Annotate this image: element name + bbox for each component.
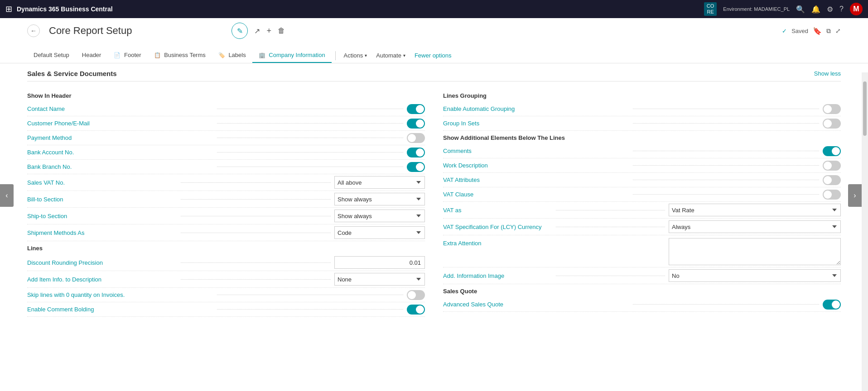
vat-specification-select[interactable]: AlwaysNeverIf applicable xyxy=(669,220,841,233)
sales-vat-select[interactable]: All aboveNoneCustomerCompany xyxy=(334,176,425,189)
toggle-knob xyxy=(416,163,424,171)
field-row: Shipment Methods As CodeDescriptionBoth xyxy=(27,224,425,241)
customer-phone-label[interactable]: Customer Phone/E-Mail xyxy=(27,120,213,127)
settings-icon[interactable]: ⚙ xyxy=(827,5,833,14)
shipment-methods-select[interactable]: CodeDescriptionBoth xyxy=(334,226,425,239)
comments-toggle[interactable] xyxy=(823,146,841,156)
toggle-knob xyxy=(416,105,424,113)
toggle-knob xyxy=(416,305,424,314)
top-bar-left: ⊞ Dynamics 365 Business Central xyxy=(5,4,113,14)
sales-vat-label[interactable]: Sales VAT No. xyxy=(27,179,177,186)
extra-attention-textarea[interactable] xyxy=(669,238,841,265)
bill-to-select[interactable]: Show alwaysHideShow if different xyxy=(334,193,425,205)
scrollbar-thumb[interactable] xyxy=(863,81,867,136)
user-avatar[interactable]: M xyxy=(850,3,863,15)
top-bar-right: CO RE Environment: MADAMIEC_PL 🔍 🔔 ⚙ ? M xyxy=(704,2,863,16)
toggle-knob xyxy=(824,176,832,184)
customer-phone-toggle[interactable] xyxy=(407,119,425,129)
tab-header[interactable]: Header xyxy=(76,48,108,63)
share-icon[interactable]: ↗ xyxy=(254,27,260,35)
payment-method-toggle[interactable] xyxy=(407,133,425,143)
group-in-sets-toggle[interactable] xyxy=(823,119,841,129)
lines-label: Lines xyxy=(27,241,425,254)
work-description-toggle[interactable] xyxy=(823,161,841,171)
back-button[interactable]: ← xyxy=(27,24,40,37)
contact-name-label[interactable]: Contact Name xyxy=(27,105,213,112)
ship-to-select[interactable]: Show alwaysHideShow if different xyxy=(334,210,425,222)
payment-method-label[interactable]: Payment Method xyxy=(27,134,213,141)
toggle-knob xyxy=(832,300,840,309)
fewer-options-button[interactable]: Fewer options xyxy=(410,48,456,62)
tab-company-information[interactable]: 🏢 Company Information xyxy=(252,48,332,63)
add-icon[interactable]: + xyxy=(266,26,271,36)
advanced-sales-quote-toggle[interactable] xyxy=(823,300,841,310)
shipment-methods-label[interactable]: Shipment Methods As xyxy=(27,229,177,236)
enable-comment-bolding-toggle[interactable] xyxy=(407,305,425,315)
enable-automatic-grouping-toggle[interactable] xyxy=(823,104,841,114)
tab-actions[interactable]: Actions ▾ xyxy=(339,48,372,62)
vat-attributes-toggle[interactable] xyxy=(823,175,841,185)
vat-as-label[interactable]: VAT as xyxy=(443,207,552,214)
search-icon[interactable]: 🔍 xyxy=(796,5,805,14)
skip-lines-toggle[interactable] xyxy=(407,290,425,300)
tab-labels[interactable]: 🏷️ Labels xyxy=(212,48,252,63)
ship-to-label[interactable]: Ship-to Section xyxy=(27,213,177,219)
expand-icon[interactable]: ⧉ xyxy=(826,27,831,35)
bank-branch-toggle[interactable] xyxy=(407,162,425,172)
toggle-knob xyxy=(408,134,416,142)
add-item-info-label[interactable]: Add Item Info. to Description xyxy=(27,276,177,283)
tab-footer[interactable]: 📄 Footer xyxy=(107,48,147,63)
tab-default-setup[interactable]: Default Setup xyxy=(27,48,76,63)
add-item-info-select[interactable]: NoneAlwaysIf not empty xyxy=(334,273,425,286)
tabs: Default Setup Header 📄 Footer 📋 Business… xyxy=(27,45,841,63)
contact-name-toggle[interactable] xyxy=(407,104,425,114)
section-header: Sales & Service Documents Show less xyxy=(27,63,841,81)
toggle-knob xyxy=(824,105,832,113)
advanced-sales-quote-label[interactable]: Advanced Sales Quote xyxy=(443,301,629,308)
show-less-button[interactable]: Show less xyxy=(814,70,841,77)
work-description-label[interactable]: Work Description xyxy=(443,162,629,169)
tab-business-terms[interactable]: 📋 Business Terms xyxy=(148,48,212,63)
enable-automatic-grouping-label[interactable]: Enable Automatic Grouping xyxy=(443,105,629,112)
show-in-header-label: Show In Header xyxy=(27,89,425,102)
bank-branch-label[interactable]: Bank Branch No. xyxy=(27,163,213,170)
automate-label: Automate xyxy=(376,52,401,59)
delete-icon[interactable]: 🗑 xyxy=(278,27,285,35)
add-information-image-select[interactable]: NoYes xyxy=(669,269,841,282)
left-column: Show In Header Contact Name Customer Pho… xyxy=(27,89,425,317)
field-row: Payment Method xyxy=(27,131,425,145)
enable-comment-bolding-label[interactable]: Enable Comment Bolding xyxy=(27,306,213,313)
tab-labels-label: Labels xyxy=(228,52,246,58)
section-title: Sales & Service Documents xyxy=(27,70,117,77)
scrollbar-track[interactable] xyxy=(862,72,868,382)
toggle-knob xyxy=(408,291,416,299)
field-row: Discount Rounding Precision xyxy=(27,254,425,271)
vat-clause-label[interactable]: VAT Clause xyxy=(443,191,629,198)
group-in-sets-label[interactable]: Group In Sets xyxy=(443,120,629,127)
add-information-image-label[interactable]: Add. Information Image xyxy=(443,272,552,279)
notification-icon[interactable]: 🔔 xyxy=(811,5,820,14)
bank-account-label[interactable]: Bank Account No. xyxy=(27,149,213,156)
minimize-icon[interactable]: ⤢ xyxy=(835,27,841,34)
tab-automate[interactable]: Automate ▾ xyxy=(371,48,410,62)
prev-record-button[interactable]: ‹ xyxy=(0,184,14,207)
field-row: Group In Sets xyxy=(443,116,841,131)
comments-label[interactable]: Comments xyxy=(443,148,629,154)
field-row: VAT as Vat RatePercentageAmount xyxy=(443,202,841,219)
bank-account-toggle[interactable] xyxy=(407,148,425,157)
bill-to-label[interactable]: Bill-to Section xyxy=(27,196,177,203)
discount-rounding-label[interactable]: Discount Rounding Precision xyxy=(27,259,177,266)
extra-attention-label[interactable]: Extra Attention xyxy=(443,238,552,247)
vat-as-select[interactable]: Vat RatePercentageAmount xyxy=(669,204,841,216)
vat-clause-toggle[interactable] xyxy=(823,190,841,200)
next-record-button[interactable]: › xyxy=(848,184,862,207)
discount-rounding-input[interactable] xyxy=(334,256,425,269)
bookmark-icon[interactable]: 🔖 xyxy=(813,27,822,35)
vat-attributes-label[interactable]: VAT Attributes xyxy=(443,176,629,183)
skip-lines-label[interactable]: Skip lines with 0 quantity on Invoices. xyxy=(27,291,213,298)
vat-specification-label[interactable]: VAT Specification For (LCY) Currency xyxy=(443,224,552,230)
right-column: Lines Grouping Enable Automatic Grouping… xyxy=(443,89,841,317)
field-row: VAT Clause xyxy=(443,187,841,202)
help-icon[interactable]: ? xyxy=(839,5,844,13)
edit-button[interactable]: ✎ xyxy=(231,23,248,39)
